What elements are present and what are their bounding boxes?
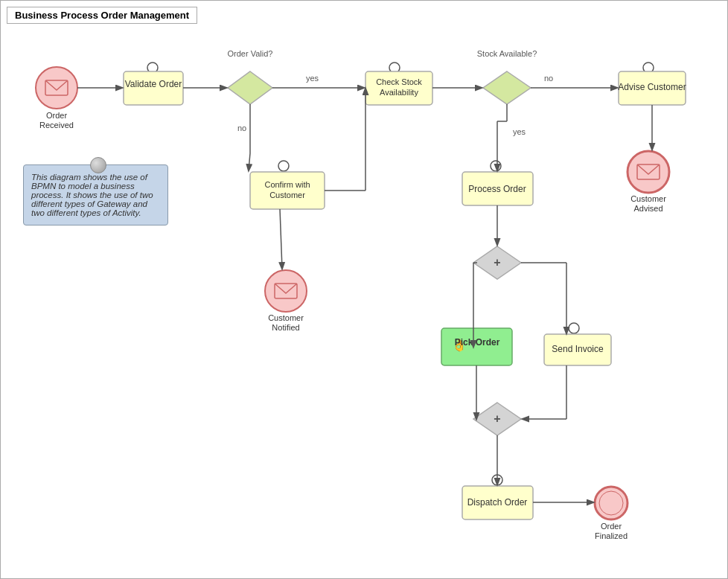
svg-text:+: + bbox=[494, 256, 500, 269]
customer-advised-node: Customer Advised bbox=[628, 151, 669, 213]
diagram-container: Business Process Order Management This d… bbox=[0, 0, 728, 579]
svg-point-18 bbox=[628, 151, 669, 193]
stock-available-gateway: Stock Available? bbox=[477, 49, 537, 104]
svg-text:no: no bbox=[237, 124, 246, 132]
order-valid-gateway: Order Valid? bbox=[228, 49, 273, 104]
svg-text:no: no bbox=[544, 74, 553, 83]
svg-text:Customer: Customer bbox=[269, 191, 305, 199]
svg-point-0 bbox=[36, 67, 77, 109]
svg-text:Finalized: Finalized bbox=[595, 531, 628, 540]
svg-text:Dispatch Order: Dispatch Order bbox=[467, 497, 528, 508]
customer-notified-node: Customer Notified bbox=[265, 270, 307, 332]
svg-text:Order Valid?: Order Valid? bbox=[228, 49, 273, 58]
svg-point-38 bbox=[569, 323, 579, 333]
svg-point-22 bbox=[278, 161, 289, 171]
svg-line-61 bbox=[280, 209, 282, 269]
pick-order-node: 👌 Pick Order bbox=[441, 328, 512, 365]
validate-order-node: Validate Order bbox=[124, 63, 183, 105]
svg-text:Customer: Customer bbox=[268, 313, 304, 322]
svg-text:Confirm with: Confirm with bbox=[264, 180, 310, 189]
svg-text:Validate Order: Validate Order bbox=[125, 79, 182, 89]
svg-line-59 bbox=[249, 153, 250, 170]
diagram-title: Business Process Order Management bbox=[7, 7, 197, 24]
svg-text:Order: Order bbox=[46, 111, 67, 120]
svg-text:Stock Available?: Stock Available? bbox=[477, 49, 537, 58]
svg-text:Check Stock: Check Stock bbox=[376, 77, 422, 86]
check-stock-node: Check Stock Availability bbox=[365, 63, 432, 105]
note-text: This diagram shows the use of BPMN to mo… bbox=[31, 173, 153, 217]
svg-text:+: + bbox=[494, 412, 500, 425]
svg-marker-7 bbox=[228, 71, 272, 104]
note-box: This diagram shows the use of BPMN to mo… bbox=[23, 164, 168, 225]
bpmn-diagram: Order Received Validate Order Order Vali… bbox=[1, 1, 728, 579]
svg-text:Send Invoice: Send Invoice bbox=[552, 344, 604, 354]
parallel-split-gateway: + bbox=[473, 246, 521, 279]
confirm-customer-node: Confirm with Customer bbox=[250, 161, 325, 209]
svg-text:Advised: Advised bbox=[633, 204, 662, 213]
svg-text:Received: Received bbox=[39, 121, 74, 129]
order-finalized-node: Order Finalized bbox=[595, 487, 628, 540]
svg-point-30 bbox=[491, 161, 501, 171]
svg-text:Process Order: Process Order bbox=[468, 184, 526, 194]
svg-marker-13 bbox=[483, 71, 531, 104]
svg-text:Availability: Availability bbox=[380, 88, 418, 97]
send-invoice-node: Send Invoice bbox=[544, 323, 611, 365]
note-circle bbox=[90, 157, 106, 173]
svg-text:yes: yes bbox=[513, 127, 526, 136]
svg-text:Notified: Notified bbox=[272, 323, 299, 332]
svg-point-26 bbox=[265, 270, 307, 312]
parallel-join-gateway: + bbox=[473, 403, 521, 435]
svg-text:Advise Customer: Advise Customer bbox=[618, 82, 686, 92]
svg-text:Pick Order: Pick Order bbox=[455, 337, 500, 348]
svg-text:yes: yes bbox=[306, 74, 319, 83]
svg-point-47 bbox=[599, 491, 623, 515]
svg-text:Customer: Customer bbox=[630, 194, 666, 203]
svg-text:Order: Order bbox=[601, 522, 622, 531]
order-received-node: Order Received bbox=[36, 67, 77, 129]
advise-customer-node: Advise Customer bbox=[618, 63, 686, 105]
